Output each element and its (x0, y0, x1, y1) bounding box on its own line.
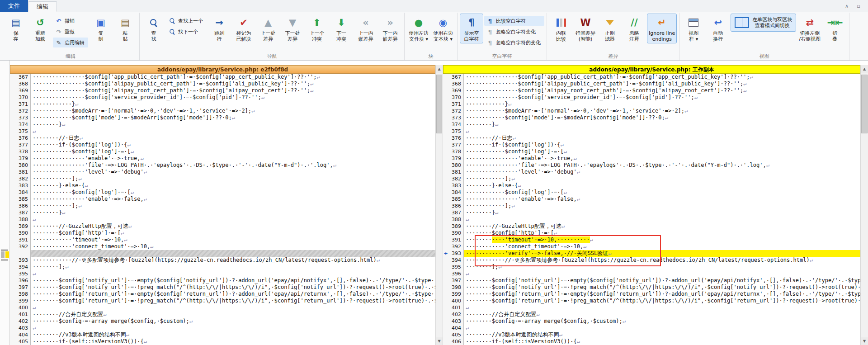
right-code-line-377[interactable]: 377········if·($config['log'])·{↵ (443, 142, 860, 148)
right-code-line-392[interactable]: 392············'connect_timeout'·=>·10,↵ (443, 243, 860, 250)
mark-resolved-button[interactable]: ✔标记为已解决 (232, 14, 255, 43)
use-left-block-button[interactable]: ●使用左边文件块 ▾ (407, 14, 430, 43)
right-code-line-376[interactable]: 376········//·日志↵ (443, 135, 860, 142)
right-code-line-395[interactable]: 395········];↵ (443, 264, 860, 270)
left-code-line-385[interactable]: 385················'enable'·=>·false,↵ (10, 196, 435, 203)
left-code-line-389[interactable]: 389········//·GuzzleHttp配置，可选↵ (10, 223, 435, 230)
right-code-line-372[interactable]: 372············$modeArr·=·['normal'·=>·0… (443, 108, 860, 114)
paste-button[interactable]: ▤粘贴 (113, 14, 137, 43)
right-code-line-386[interactable]: 386············];↵ (443, 203, 860, 209)
right-code-line-369[interactable]: 369················$config['alipay_root_… (443, 87, 860, 94)
right-code-line-397[interactable]: 397········$config['notify_url']·=·empty… (443, 277, 860, 284)
right-code-line-403[interactable]: 403········$config·=·array_merge($config… (443, 318, 860, 325)
left-code-line-374[interactable]: 374········}↵ (10, 121, 435, 128)
show-whitespace-button[interactable]: ¶显示空白字符 (460, 14, 483, 43)
left-code-view[interactable]: 367················$config['app_public_c… (10, 74, 435, 345)
view-bars-button[interactable]: 视图栏 ▾ (682, 14, 705, 43)
left-code-line-376[interactable]: 376········//·日志↵ (10, 135, 435, 142)
copy-button[interactable]: ▣复制 (89, 14, 113, 43)
right-code-line-368[interactable]: 368················$config['alipay_publi… (443, 80, 860, 87)
reload-button[interactable]: ↺重新加载 (28, 14, 52, 43)
left-code-line-381[interactable]: 381················'level'·=>·'debug'↵ (10, 169, 435, 175)
right-code-line-385[interactable]: 385················'enable'·=>·false,↵ (443, 196, 860, 203)
left-code-line-378[interactable]: 378············$config['log']·=·[↵ (10, 148, 435, 155)
use-right-block-button[interactable]: ◉使用右边文本块 ▾ (431, 14, 455, 43)
left-code-line-402[interactable]: 402········$config·=·array_merge($config… (10, 318, 435, 325)
right-code-line-379[interactable]: 379················'enable'·=>·true,↵ (443, 155, 860, 162)
right-code-line-396[interactable]: 396↵ (443, 270, 860, 277)
right-code-line-401[interactable]: 401↵ (443, 304, 860, 311)
scrollbar-thumb[interactable] (436, 75, 442, 133)
left-code-line-392[interactable]: 392············'connect_timeout'·=>·10,↵ (10, 243, 435, 250)
left-code-line-386[interactable]: 386············];↵ (10, 203, 435, 209)
left-code-line-382[interactable]: 382············];↵ (10, 175, 435, 182)
swap-sides-button[interactable]: ⇄切换左侧/右侧视图 (797, 14, 822, 43)
left-code-line-388[interactable]: 388↵ (10, 216, 435, 223)
left-code-line-405[interactable]: 405········if·(self::isVersionV3())·{↵ (10, 338, 435, 345)
left-code-line-373[interactable]: 373············$config['mode']·=·$modeAr… (10, 114, 435, 121)
right-code-line-370[interactable]: 370················$config['service_prov… (443, 94, 860, 101)
right-code-line-380[interactable]: 380················'file'·=>·LOG_PATH·.·… (443, 162, 860, 169)
collapse-button[interactable]: ⇥⇤折叠 (823, 14, 847, 43)
right-code-line-382[interactable]: 382············];↵ (443, 175, 860, 182)
right-code-line-381[interactable]: 381················'level'·=>·'debug'↵ (443, 169, 860, 175)
ignore-comments-button[interactable]: //忽略注释 (623, 14, 646, 43)
left-code-line-369[interactable]: 369················$config['alipay_root_… (10, 87, 435, 94)
find-next-button[interactable]: 找下一个 (166, 27, 207, 37)
right-code-line-371[interactable]: 371············}↵ (443, 101, 860, 108)
next-diff-button[interactable]: ▼下一处差异 (281, 14, 304, 43)
regex-filter-button[interactable]: 正则滤器 (598, 14, 622, 43)
goto-line-button[interactable]: →跳到行 (208, 14, 231, 43)
left-pane-scrollbar[interactable]: ▲ ▼ (435, 65, 443, 345)
left-code-line-398[interactable]: 398········$config['return_url']·=·empty… (10, 291, 435, 298)
collapse-ribbon-icon[interactable]: ∧ (843, 2, 851, 10)
ignore-line-endings-button[interactable]: ↵Ignore lineendings (647, 14, 677, 43)
left-code-line-371[interactable]: 371············}↵ (10, 101, 435, 108)
right-code-line-391[interactable]: 391············'timeout'·=>·10,·········… (443, 236, 860, 243)
right-code-line-399[interactable]: 399········$config['return_url']·=·empty… (443, 291, 860, 298)
right-code-line-393[interactable]: +393············'verify'·=>·false,·//·关闭… (443, 250, 860, 257)
scroll-down-button[interactable]: ▼ (436, 337, 443, 345)
scroll-up-button[interactable]: ▲ (436, 65, 443, 73)
right-code-line-389[interactable]: 389········//·GuzzleHttp配置，可选↵ (443, 223, 860, 230)
left-code-line-368[interactable]: 368················$config['alipay_publi… (10, 80, 435, 87)
menu-tab-edit[interactable]: 编辑 (28, 1, 57, 12)
left-code-line-391[interactable]: 391············'timeout'·=>·10,↵ (10, 236, 435, 243)
right-code-line-367[interactable]: 367················$config['app_public_c… (443, 74, 860, 80)
right-code-line-387[interactable]: 387········}↵ (443, 209, 860, 216)
menu-tab-file[interactable]: 文件 (0, 0, 28, 12)
left-code-line-372[interactable]: 372············$modeArr·=·['normal'·=>·0… (10, 108, 435, 114)
left-code-line-367[interactable]: 367················$config['app_public_c… (10, 74, 435, 80)
right-code-view[interactable]: 367················$config['app_public_c… (443, 74, 860, 345)
left-code-line-375[interactable]: 375↵ (10, 128, 435, 135)
left-code-line-370[interactable]: 370················$config['service_prov… (10, 94, 435, 101)
redo-button[interactable]: ↷重做 (53, 27, 88, 37)
right-code-line-375[interactable]: 375↵ (443, 128, 860, 135)
right-code-line-404[interactable]: 404↵ (443, 325, 860, 331)
scroll-up-button[interactable]: ▲ (861, 65, 868, 73)
right-code-line-390[interactable]: 390········$config['http']·=·[↵ (443, 230, 860, 236)
pin-icon[interactable]: ▫ (854, 2, 863, 10)
next-inline-diff-button[interactable]: »下一内嵌差异 (378, 14, 402, 43)
undo-button[interactable]: ↶撤销 (53, 16, 88, 26)
next-conflict-button[interactable]: ⬇下一冲突 (330, 14, 353, 43)
left-code-line-395[interactable]: 395↵ (10, 270, 435, 277)
right-code-line-378[interactable]: 378············$config['log']·=·[↵ (443, 148, 860, 155)
right-code-line-373[interactable]: 373············$config['mode']·=·$modeAr… (443, 114, 860, 121)
ignore-all-whitespace-button[interactable]: ¶忽略空白字符的变化 (484, 38, 544, 47)
left-code-line-394[interactable]: 394········];↵ (10, 264, 435, 270)
scrollbar-thumb[interactable] (861, 75, 868, 133)
right-code-line-388[interactable]: 388↵ (443, 216, 860, 223)
diff-locator-bar[interactable] (0, 61, 10, 345)
right-code-line-394[interactable]: 394············//·更多配置项请参考·[Guzzle](http… (443, 257, 860, 264)
find-prev-button[interactable]: 查找上一个 (166, 16, 207, 26)
left-code-line-400[interactable]: 400↵ (10, 304, 435, 311)
prev-diff-button[interactable]: ▲上一处差异 (256, 14, 280, 43)
enable-edit-button[interactable]: ✎启用编辑 (53, 38, 88, 47)
left-code-line-383[interactable]: 383········}·else·{↵ (10, 182, 435, 189)
word-wrap-button[interactable]: ↩自动换行 (706, 14, 730, 43)
find-button[interactable]: 查找 (142, 14, 165, 43)
right-code-line-405[interactable]: 405········//v3版本时返回的结构不同↵ (443, 331, 860, 338)
right-code-line-383[interactable]: 383········}·else·{↵ (443, 182, 860, 189)
left-code-line-397[interactable]: 397········$config['notify_url']·=·!preg… (10, 284, 435, 291)
